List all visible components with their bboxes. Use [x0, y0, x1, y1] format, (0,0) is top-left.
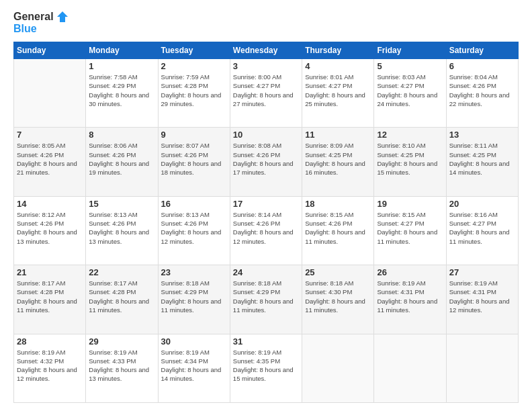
logo: General Blue — [13, 11, 68, 35]
header: General Blue — [13, 11, 519, 35]
day-number: 12 — [377, 130, 443, 140]
day-info: Sunrise: 8:03 AMSunset: 4:27 PMDaylight:… — [377, 73, 443, 108]
day-number: 20 — [449, 199, 515, 209]
logo-general-text: General — [13, 11, 54, 23]
calendar-cell: 20Sunrise: 8:16 AMSunset: 4:27 PMDayligh… — [446, 196, 518, 265]
weekday-header-tuesday: Tuesday — [158, 42, 230, 59]
day-number: 27 — [449, 267, 515, 277]
day-number: 21 — [17, 267, 83, 277]
day-info: Sunrise: 8:19 AMSunset: 4:34 PMDaylight:… — [161, 348, 227, 383]
day-number: 22 — [89, 267, 154, 277]
calendar-week-row: 21Sunrise: 8:17 AMSunset: 4:28 PMDayligh… — [14, 265, 519, 334]
day-number: 29 — [89, 336, 154, 347]
day-info: Sunrise: 8:19 AMSunset: 4:35 PMDaylight:… — [233, 348, 299, 383]
calendar-cell: 10Sunrise: 8:08 AMSunset: 4:26 PMDayligh… — [230, 128, 302, 196]
calendar-cell: 18Sunrise: 8:15 AMSunset: 4:26 PMDayligh… — [302, 196, 374, 265]
calendar-cell: 1Sunrise: 7:58 AMSunset: 4:29 PMDaylight… — [86, 59, 158, 128]
page: General Blue SundayMondayTuesdayWednesda… — [0, 0, 532, 411]
day-number: 19 — [377, 199, 443, 209]
calendar-cell: 8Sunrise: 8:06 AMSunset: 4:26 PMDaylight… — [86, 128, 158, 196]
calendar-cell: 25Sunrise: 8:18 AMSunset: 4:30 PMDayligh… — [302, 265, 374, 334]
day-info: Sunrise: 8:19 AMSunset: 4:31 PMDaylight:… — [377, 279, 443, 314]
calendar-cell: 27Sunrise: 8:19 AMSunset: 4:31 PMDayligh… — [446, 265, 518, 334]
calendar-cell — [14, 59, 86, 128]
day-info: Sunrise: 8:00 AMSunset: 4:27 PMDaylight:… — [233, 73, 299, 108]
day-number: 10 — [233, 130, 299, 140]
calendar-cell: 29Sunrise: 8:19 AMSunset: 4:33 PMDayligh… — [86, 334, 158, 402]
day-number: 11 — [305, 130, 371, 140]
calendar-cell: 30Sunrise: 8:19 AMSunset: 4:34 PMDayligh… — [158, 334, 230, 402]
calendar-cell: 15Sunrise: 8:13 AMSunset: 4:26 PMDayligh… — [86, 196, 158, 265]
calendar-cell: 31Sunrise: 8:19 AMSunset: 4:35 PMDayligh… — [230, 334, 302, 402]
day-info: Sunrise: 8:01 AMSunset: 4:27 PMDaylight:… — [305, 73, 371, 108]
logo-arrow-icon — [56, 11, 68, 23]
svg-marker-0 — [57, 11, 68, 22]
day-info: Sunrise: 8:15 AMSunset: 4:27 PMDaylight:… — [377, 210, 443, 246]
day-number: 4 — [305, 61, 371, 71]
day-number: 14 — [17, 199, 83, 209]
day-number: 5 — [377, 61, 443, 71]
day-info: Sunrise: 8:13 AMSunset: 4:26 PMDaylight:… — [89, 210, 154, 246]
calendar-cell — [446, 334, 518, 402]
day-number: 7 — [17, 130, 83, 140]
day-number: 25 — [305, 267, 371, 277]
day-info: Sunrise: 8:19 AMSunset: 4:32 PMDaylight:… — [17, 348, 83, 383]
weekday-header-saturday: Saturday — [446, 42, 518, 59]
day-number: 28 — [17, 336, 83, 347]
day-info: Sunrise: 8:18 AMSunset: 4:29 PMDaylight:… — [233, 279, 299, 314]
calendar-cell: 21Sunrise: 8:17 AMSunset: 4:28 PMDayligh… — [14, 265, 86, 334]
calendar-cell: 2Sunrise: 7:59 AMSunset: 4:28 PMDaylight… — [158, 59, 230, 128]
calendar-cell — [302, 334, 374, 402]
calendar-cell: 4Sunrise: 8:01 AMSunset: 4:27 PMDaylight… — [302, 59, 374, 128]
day-info: Sunrise: 8:19 AMSunset: 4:33 PMDaylight:… — [89, 348, 154, 383]
day-number: 26 — [377, 267, 443, 277]
day-info: Sunrise: 8:16 AMSunset: 4:27 PMDaylight:… — [449, 210, 515, 246]
calendar-week-row: 28Sunrise: 8:19 AMSunset: 4:32 PMDayligh… — [14, 334, 519, 402]
calendar-cell: 17Sunrise: 8:14 AMSunset: 4:26 PMDayligh… — [230, 196, 302, 265]
calendar-cell: 14Sunrise: 8:12 AMSunset: 4:26 PMDayligh… — [14, 196, 86, 265]
day-info: Sunrise: 8:13 AMSunset: 4:26 PMDaylight:… — [161, 210, 227, 246]
calendar-cell: 26Sunrise: 8:19 AMSunset: 4:31 PMDayligh… — [374, 265, 446, 334]
calendar-cell: 19Sunrise: 8:15 AMSunset: 4:27 PMDayligh… — [374, 196, 446, 265]
calendar-cell: 28Sunrise: 8:19 AMSunset: 4:32 PMDayligh… — [14, 334, 86, 402]
calendar-cell: 23Sunrise: 8:18 AMSunset: 4:29 PMDayligh… — [158, 265, 230, 334]
calendar-cell: 13Sunrise: 8:11 AMSunset: 4:25 PMDayligh… — [446, 128, 518, 196]
day-number: 31 — [233, 336, 299, 347]
calendar-week-row: 14Sunrise: 8:12 AMSunset: 4:26 PMDayligh… — [14, 196, 519, 265]
day-number: 16 — [161, 199, 227, 209]
calendar-cell: 11Sunrise: 8:09 AMSunset: 4:25 PMDayligh… — [302, 128, 374, 196]
day-number: 17 — [233, 199, 299, 209]
day-number: 8 — [89, 130, 154, 140]
calendar-cell: 3Sunrise: 8:00 AMSunset: 4:27 PMDaylight… — [230, 59, 302, 128]
weekday-header-monday: Monday — [86, 42, 158, 59]
day-info: Sunrise: 8:05 AMSunset: 4:26 PMDaylight:… — [17, 141, 83, 177]
calendar-cell: 5Sunrise: 8:03 AMSunset: 4:27 PMDaylight… — [374, 59, 446, 128]
day-number: 24 — [233, 267, 299, 277]
calendar-cell — [374, 334, 446, 402]
day-number: 3 — [233, 61, 299, 71]
day-info: Sunrise: 8:10 AMSunset: 4:25 PMDaylight:… — [377, 141, 443, 177]
calendar-cell: 22Sunrise: 8:17 AMSunset: 4:28 PMDayligh… — [86, 265, 158, 334]
day-info: Sunrise: 8:17 AMSunset: 4:28 PMDaylight:… — [17, 279, 83, 314]
day-info: Sunrise: 8:07 AMSunset: 4:26 PMDaylight:… — [161, 141, 227, 177]
day-number: 18 — [305, 199, 371, 209]
day-info: Sunrise: 7:59 AMSunset: 4:28 PMDaylight:… — [161, 73, 227, 108]
day-number: 15 — [89, 199, 154, 209]
weekday-header-sunday: Sunday — [14, 42, 86, 59]
day-info: Sunrise: 8:06 AMSunset: 4:26 PMDaylight:… — [89, 141, 154, 177]
day-number: 9 — [161, 130, 227, 140]
day-info: Sunrise: 8:18 AMSunset: 4:29 PMDaylight:… — [161, 279, 227, 314]
day-info: Sunrise: 8:17 AMSunset: 4:28 PMDaylight:… — [89, 279, 154, 314]
weekday-header-friday: Friday — [374, 42, 446, 59]
calendar-cell: 6Sunrise: 8:04 AMSunset: 4:26 PMDaylight… — [446, 59, 518, 128]
calendar-cell: 12Sunrise: 8:10 AMSunset: 4:25 PMDayligh… — [374, 128, 446, 196]
day-info: Sunrise: 8:12 AMSunset: 4:26 PMDaylight:… — [17, 210, 83, 246]
day-info: Sunrise: 8:09 AMSunset: 4:25 PMDaylight:… — [305, 141, 371, 177]
day-info: Sunrise: 8:18 AMSunset: 4:30 PMDaylight:… — [305, 279, 371, 314]
day-number: 30 — [161, 336, 227, 347]
calendar-cell: 7Sunrise: 8:05 AMSunset: 4:26 PMDaylight… — [14, 128, 86, 196]
day-number: 23 — [161, 267, 227, 277]
calendar-cell: 9Sunrise: 8:07 AMSunset: 4:26 PMDaylight… — [158, 128, 230, 196]
logo-blue-text: Blue — [13, 23, 37, 35]
day-info: Sunrise: 8:19 AMSunset: 4:31 PMDaylight:… — [449, 279, 515, 314]
